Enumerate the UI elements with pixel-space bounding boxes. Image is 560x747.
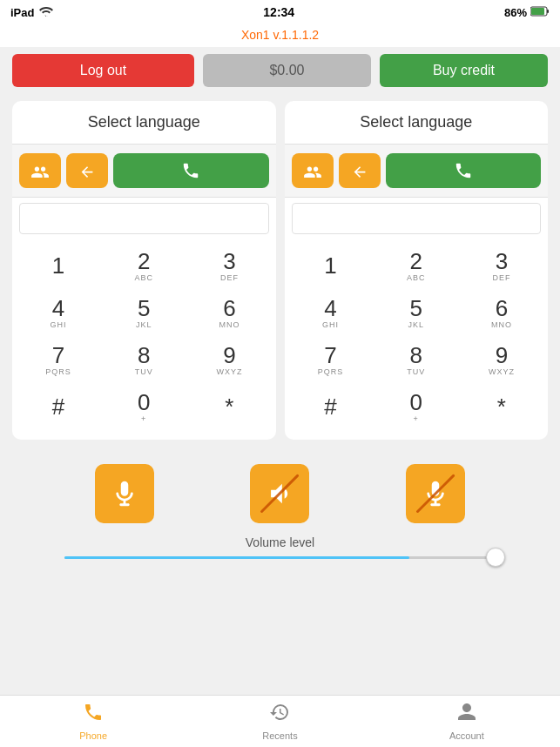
microphone-button[interactable] [95, 464, 154, 523]
right-keypad-row-2: 4GHI 5JKL 6MNO [288, 290, 545, 335]
left-key-9[interactable]: 9WXYZ [203, 337, 255, 382]
wifi-icon [39, 6, 53, 19]
left-keypad-row-4: # 0+ * [16, 384, 273, 429]
left-keypad-row-1: 1 2ABC 3DEF [16, 243, 273, 288]
left-keypad: 1 2ABC 3DEF 4GHI 5JKL 6MNO 7PQRS 8TUV 9W… [12, 239, 276, 440]
left-action-buttons [12, 145, 276, 198]
right-key-6[interactable]: 6MNO [476, 290, 528, 335]
left-key-star[interactable]: * [203, 384, 255, 429]
left-lang-select[interactable]: Select language [12, 101, 276, 145]
right-dial-input[interactable] [292, 203, 542, 234]
bottom-controls: Volume level [0, 447, 560, 569]
balance-display: $0.00 [203, 54, 371, 87]
left-keypad-row-2: 4GHI 5JKL 6MNO [16, 290, 273, 335]
right-keypad-row-1: 1 2ABC 3DEF [288, 243, 545, 288]
buy-credit-button[interactable]: Buy credit [380, 54, 548, 87]
top-buttons-row: Log out $0.00 Buy credit [0, 47, 560, 94]
right-key-8[interactable]: 8TUV [390, 337, 442, 382]
left-key-2[interactable]: 2ABC [118, 243, 170, 288]
tab-account[interactable]: Account [374, 696, 560, 747]
phone-tab-label: Phone [79, 730, 107, 741]
status-right: 86% [504, 6, 550, 19]
account-tab-icon [456, 702, 477, 728]
right-call-button[interactable] [386, 153, 542, 188]
tab-phone[interactable]: Phone [0, 696, 186, 747]
right-key-7[interactable]: 7PQRS [305, 337, 357, 382]
right-key-1[interactable]: 1 [305, 243, 357, 288]
right-action-buttons [285, 145, 549, 198]
app-title: Xon1 v.1.1.1.2 [0, 24, 560, 47]
logout-button[interactable]: Log out [12, 54, 194, 87]
left-key-7[interactable]: 7PQRS [32, 337, 84, 382]
volume-track [64, 556, 496, 559]
audio-bars-button[interactable] [250, 464, 309, 523]
left-key-5[interactable]: 5JKL [118, 290, 170, 335]
left-contacts-button[interactable] [19, 153, 61, 188]
dialers-area: Select language 1 2ABC 3DEF 4GHI 5JKL 6M… [0, 94, 560, 447]
right-key-5[interactable]: 5JKL [390, 290, 442, 335]
battery-icon [530, 6, 550, 19]
phone-tab-icon [83, 702, 104, 728]
status-left: iPad [10, 6, 53, 19]
right-key-0[interactable]: 0+ [390, 384, 442, 429]
left-key-1[interactable]: 1 [32, 243, 84, 288]
left-key-3[interactable]: 3DEF [203, 243, 255, 288]
left-key-hash[interactable]: # [32, 384, 84, 429]
svg-rect-1 [547, 10, 549, 13]
right-key-4[interactable]: 4GHI [305, 290, 357, 335]
volume-slider-container [12, 556, 548, 559]
recents-tab-label: Recents [262, 730, 297, 741]
device-label: iPad [10, 6, 34, 19]
tab-recents[interactable]: Recents [186, 696, 373, 747]
svg-rect-2 [531, 8, 544, 15]
right-dialer: Select language 1 2ABC 3DEF 4GHI 5JKL 6M… [285, 101, 549, 440]
battery-label: 86% [504, 6, 527, 19]
left-dialer: Select language 1 2ABC 3DEF 4GHI 5JKL 6M… [12, 101, 276, 440]
recents-tab-icon [269, 702, 290, 728]
right-contacts-button[interactable] [292, 153, 334, 188]
left-keypad-row-3: 7PQRS 8TUV 9WXYZ [16, 337, 273, 382]
right-key-star[interactable]: * [476, 384, 528, 429]
status-bar: iPad 12:34 86% [0, 0, 560, 24]
left-key-4[interactable]: 4GHI [32, 290, 84, 335]
volume-label: Volume level [12, 535, 548, 549]
left-key-6[interactable]: 6MNO [203, 290, 255, 335]
right-keypad-row-3: 7PQRS 8TUV 9WXYZ [288, 337, 545, 382]
left-dial-input[interactable] [19, 203, 269, 234]
audio-buttons [12, 455, 548, 532]
volume-fill [64, 556, 409, 559]
volume-section: Volume level [12, 532, 548, 566]
right-lang-select[interactable]: Select language [285, 101, 549, 145]
left-key-0[interactable]: 0+ [118, 384, 170, 429]
left-call-button[interactable] [113, 153, 269, 188]
left-key-8[interactable]: 8TUV [118, 337, 170, 382]
mute-microphone-button[interactable] [406, 464, 465, 523]
volume-thumb[interactable] [486, 548, 505, 567]
left-back-button[interactable] [66, 153, 108, 188]
right-keypad: 1 2ABC 3DEF 4GHI 5JKL 6MNO 7PQRS 8TUV 9W… [285, 239, 549, 440]
right-keypad-row-4: # 0+ * [288, 384, 545, 429]
right-key-hash[interactable]: # [305, 384, 357, 429]
right-key-2[interactable]: 2ABC [390, 243, 442, 288]
tab-bar: Phone Recents Account [0, 695, 560, 747]
right-key-9[interactable]: 9WXYZ [476, 337, 528, 382]
right-key-3[interactable]: 3DEF [476, 243, 528, 288]
right-back-button[interactable] [339, 153, 381, 188]
status-time: 12:34 [263, 5, 294, 19]
account-tab-label: Account [449, 730, 484, 741]
